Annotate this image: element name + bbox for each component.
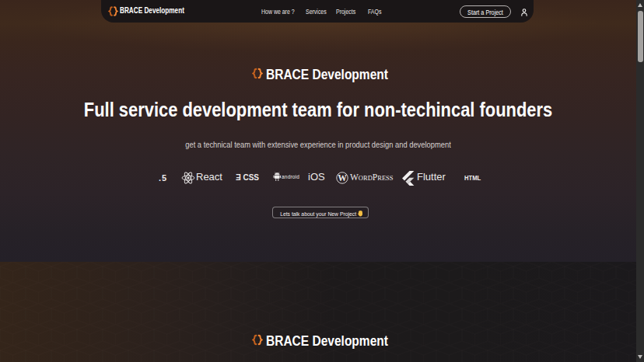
svg-text:W: W <box>338 173 347 183</box>
